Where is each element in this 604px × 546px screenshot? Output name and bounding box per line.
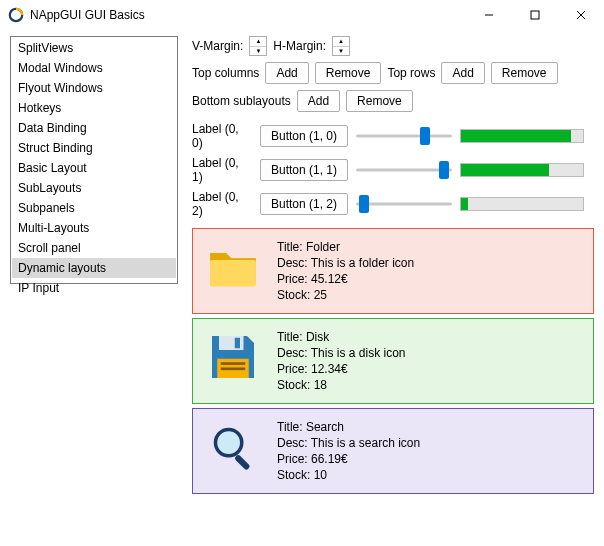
svg-rect-7 (235, 338, 240, 349)
sidebar-item[interactable]: Multi-Layouts (12, 218, 176, 238)
grid-row: Label (0, 2)Button (1, 2) (192, 190, 594, 218)
grid-progress (460, 129, 584, 143)
grid-progress (460, 197, 584, 211)
dynamic-grid: Label (0, 0)Button (1, 0)Label (0, 1)But… (192, 122, 594, 218)
sidebar-item[interactable]: Scroll panel (12, 238, 176, 258)
card-stock: Stock: 10 (277, 467, 420, 483)
grid-row: Label (0, 0)Button (1, 0) (192, 122, 594, 150)
svg-point-11 (216, 430, 242, 456)
grid-button[interactable]: Button (1, 1) (260, 159, 348, 181)
info-card: Title: SearchDesc: This is a search icon… (192, 408, 594, 494)
search-icon (205, 419, 261, 475)
margins-row: V-Margin: ▲ ▼ H-Margin: ▲ ▼ (192, 36, 594, 56)
app-icon (8, 7, 24, 23)
card-stock: Stock: 25 (277, 287, 414, 303)
hmargin-label: H-Margin: (273, 39, 326, 53)
card-title: Title: Folder (277, 239, 414, 255)
card-info: Title: SearchDesc: This is a search icon… (277, 419, 420, 483)
bottom-controls-row: Bottom sublayouts Add Remove (192, 90, 594, 112)
card-price: Price: 66.19€ (277, 451, 420, 467)
bottom-remove-button[interactable]: Remove (346, 90, 413, 112)
info-card: Title: DiskDesc: This is a disk iconPric… (192, 318, 594, 404)
bottom-add-button[interactable]: Add (297, 90, 340, 112)
card-price: Price: 12.34€ (277, 361, 406, 377)
top-columns-add-button[interactable]: Add (265, 62, 308, 84)
grid-slider[interactable] (356, 126, 452, 146)
minimize-button[interactable] (466, 0, 512, 30)
svg-rect-5 (210, 260, 256, 286)
card-info: Title: FolderDesc: This is a folder icon… (277, 239, 414, 303)
vmargin-label: V-Margin: (192, 39, 243, 53)
grid-label: Label (0, 2) (192, 190, 252, 218)
svg-rect-10 (221, 368, 246, 371)
vmargin-spinner[interactable]: ▲ ▼ (249, 36, 267, 56)
top-rows-label: Top rows (387, 66, 435, 80)
top-columns-label: Top columns (192, 66, 259, 80)
card-desc: Desc: This is a disk icon (277, 345, 406, 361)
sidebar-list[interactable]: SplitViewsModal WindowsFlyout WindowsHot… (10, 36, 178, 284)
main-panel: V-Margin: ▲ ▼ H-Margin: ▲ ▼ Top columns … (192, 36, 594, 494)
sidebar-item[interactable]: Data Binding (12, 118, 176, 138)
arrow-up-icon[interactable]: ▲ (250, 37, 266, 47)
grid-progress (460, 163, 584, 177)
titlebar: NAppGUI GUI Basics (0, 0, 604, 30)
sidebar-item[interactable]: Basic Layout (12, 158, 176, 178)
disk-icon (205, 329, 261, 385)
folder-icon (205, 239, 261, 295)
card-info: Title: DiskDesc: This is a disk iconPric… (277, 329, 406, 393)
sidebar-item[interactable]: Dynamic layouts (12, 258, 176, 278)
grid-slider[interactable] (356, 194, 452, 214)
grid-slider[interactable] (356, 160, 452, 180)
card-stock: Stock: 18 (277, 377, 406, 393)
card-desc: Desc: This is a folder icon (277, 255, 414, 271)
top-rows-remove-button[interactable]: Remove (491, 62, 558, 84)
sidebar-item[interactable]: IP Input (12, 278, 176, 298)
info-card: Title: FolderDesc: This is a folder icon… (192, 228, 594, 314)
sidebar-item[interactable]: Modal Windows (12, 58, 176, 78)
grid-button[interactable]: Button (1, 2) (260, 193, 348, 215)
cards-container: Title: FolderDesc: This is a folder icon… (192, 224, 594, 494)
grid-row: Label (0, 1)Button (1, 1) (192, 156, 594, 184)
svg-rect-12 (234, 454, 251, 471)
window-title: NAppGUI GUI Basics (30, 8, 466, 22)
grid-button[interactable]: Button (1, 0) (260, 125, 348, 147)
close-button[interactable] (558, 0, 604, 30)
grid-label: Label (0, 1) (192, 156, 252, 184)
svg-rect-2 (531, 11, 539, 19)
arrow-up-icon[interactable]: ▲ (333, 37, 349, 47)
maximize-button[interactable] (512, 0, 558, 30)
bottom-sublayouts-label: Bottom sublayouts (192, 94, 291, 108)
top-controls-row: Top columns Add Remove Top rows Add Remo… (192, 62, 594, 84)
sidebar-item[interactable]: Hotkeys (12, 98, 176, 118)
svg-rect-9 (221, 362, 246, 365)
arrow-down-icon[interactable]: ▼ (250, 47, 266, 56)
sidebar-item[interactable]: Subpanels (12, 198, 176, 218)
sidebar-item[interactable]: SplitViews (12, 38, 176, 58)
arrow-down-icon[interactable]: ▼ (333, 47, 349, 56)
card-price: Price: 45.12€ (277, 271, 414, 287)
card-title: Title: Search (277, 419, 420, 435)
card-title: Title: Disk (277, 329, 406, 345)
card-desc: Desc: This is a search icon (277, 435, 420, 451)
sidebar-item[interactable]: Flyout Windows (12, 78, 176, 98)
grid-label: Label (0, 0) (192, 122, 252, 150)
hmargin-spinner[interactable]: ▲ ▼ (332, 36, 350, 56)
top-rows-add-button[interactable]: Add (441, 62, 484, 84)
sidebar-item[interactable]: Struct Binding (12, 138, 176, 158)
top-columns-remove-button[interactable]: Remove (315, 62, 382, 84)
sidebar-item[interactable]: SubLayouts (12, 178, 176, 198)
client-area: SplitViewsModal WindowsFlyout WindowsHot… (0, 30, 604, 504)
